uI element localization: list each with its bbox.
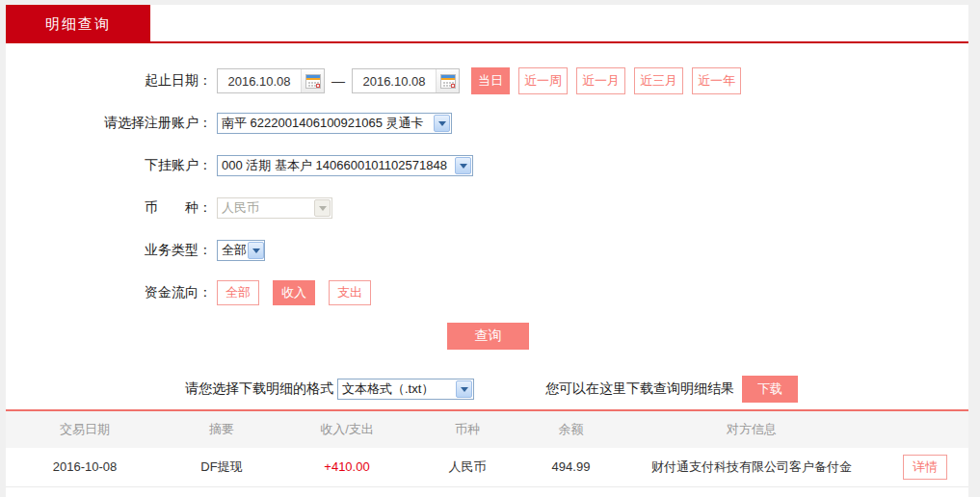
header-balance: 余额 bbox=[520, 411, 622, 448]
register-account-select[interactable]: 南平 6222001406100921065 灵通卡 bbox=[217, 113, 452, 134]
chevron-down-icon bbox=[248, 242, 264, 259]
download-format-select[interactable]: 文本格式（.txt） bbox=[337, 379, 474, 400]
detail-button[interactable]: 详情 bbox=[903, 455, 947, 480]
fund-flow-row: 资金流向： 全部 收入 支出 bbox=[6, 279, 968, 306]
fund-flow-all-button[interactable]: 全部 bbox=[217, 280, 259, 305]
sub-account-label: 下挂账户： bbox=[6, 157, 212, 174]
quick-range-today-button[interactable]: 当日 bbox=[471, 67, 510, 94]
fund-flow-expense-button[interactable]: 支出 bbox=[329, 280, 371, 305]
cell-amount: +410.00 bbox=[279, 448, 414, 486]
header-counterparty: 对方信息 bbox=[622, 411, 882, 448]
business-type-value: 全部 bbox=[222, 242, 247, 259]
sub-account-select[interactable]: 000 活期 基本户 1406600101102571848 bbox=[217, 155, 473, 176]
tab-bar: 明细查询 bbox=[6, 5, 968, 43]
date-range-label: 起止日期： bbox=[6, 72, 212, 90]
download-format-value: 文本格式（.txt） bbox=[342, 380, 434, 398]
header-summary: 摘要 bbox=[164, 411, 279, 448]
date-separator: — bbox=[331, 73, 345, 89]
download-button[interactable]: 下载 bbox=[742, 376, 798, 403]
download-row: 请您选择下载明细的格式 文本格式（.txt） 您可以在这里下载查询明细结果 下载 bbox=[185, 376, 968, 403]
currency-label: 币 种： bbox=[6, 199, 212, 217]
header-income-expense: 收入/支出 bbox=[279, 411, 414, 448]
start-date-input[interactable] bbox=[218, 70, 301, 92]
download-hint: 您可以在这里下载查询明细结果 bbox=[545, 380, 734, 398]
chevron-down-icon bbox=[455, 157, 471, 174]
chevron-down-icon bbox=[434, 115, 450, 132]
register-account-row: 请选择注册账户： 南平 6222001406100921065 灵通卡 bbox=[6, 110, 968, 137]
quick-range-month-button[interactable]: 近一月 bbox=[576, 67, 625, 94]
sub-account-value: 000 活期 基本户 1406600101102571848 bbox=[222, 157, 447, 174]
business-type-select[interactable]: 全部 bbox=[217, 240, 265, 261]
cell-summary: DF提现 bbox=[164, 448, 279, 486]
query-button[interactable]: 查询 bbox=[447, 323, 529, 350]
end-date-field bbox=[352, 68, 460, 93]
date-range-row: 起止日期： bbox=[6, 67, 968, 94]
transaction-table: 交易日期 摘要 收入/支出 币种 余额 对方信息 2016-10-08 DF提现… bbox=[6, 411, 968, 487]
quick-range-week-button[interactable]: 近一周 bbox=[518, 67, 568, 94]
header-currency: 币种 bbox=[414, 411, 520, 448]
business-type-row: 业务类型： 全部 bbox=[6, 237, 968, 264]
header-action bbox=[882, 411, 968, 448]
cell-balance: 494.99 bbox=[520, 448, 622, 486]
sub-account-row: 下挂账户： 000 活期 基本户 1406600101102571848 bbox=[6, 152, 968, 179]
quick-range-year-button[interactable]: 近一年 bbox=[692, 67, 741, 94]
end-date-input[interactable] bbox=[353, 70, 436, 92]
currency-select: 人民币 bbox=[217, 197, 332, 219]
date-range-fields: — bbox=[217, 67, 741, 94]
download-format-label: 请您选择下载明细的格式 bbox=[185, 380, 333, 398]
detail-query-panel: 明细查询 起止日期： bbox=[6, 5, 968, 497]
calendar-icon[interactable] bbox=[436, 69, 459, 92]
business-type-label: 业务类型： bbox=[6, 242, 212, 259]
fund-flow-income-button[interactable]: 收入 bbox=[273, 280, 315, 305]
cell-trade-date: 2016-10-08 bbox=[6, 448, 164, 486]
cell-counterparty: 财付通支付科技有限公司客户备付金 bbox=[622, 448, 882, 486]
start-date-field bbox=[217, 68, 325, 93]
register-account-label: 请选择注册账户： bbox=[6, 115, 212, 132]
currency-value: 人民币 bbox=[222, 199, 259, 217]
header-trade-date: 交易日期 bbox=[6, 411, 164, 448]
chevron-down-icon bbox=[314, 199, 331, 217]
fund-flow-label: 资金流向： bbox=[6, 284, 212, 301]
chevron-down-icon bbox=[456, 380, 472, 398]
tab-detail-query[interactable]: 明细查询 bbox=[6, 5, 150, 43]
currency-row: 币 种： 人民币 bbox=[6, 195, 968, 222]
calendar-icon[interactable] bbox=[301, 69, 324, 92]
table-row: 2016-10-08 DF提现 +410.00 人民币 494.99 财付通支付… bbox=[6, 448, 968, 486]
quick-range-quarter-button[interactable]: 近三月 bbox=[634, 67, 683, 94]
register-account-value: 南平 6222001406100921065 灵通卡 bbox=[222, 115, 424, 132]
cell-currency: 人民币 bbox=[414, 448, 520, 486]
table-header-row: 交易日期 摘要 收入/支出 币种 余额 对方信息 bbox=[6, 411, 968, 448]
cell-action: 详情 bbox=[882, 448, 968, 486]
